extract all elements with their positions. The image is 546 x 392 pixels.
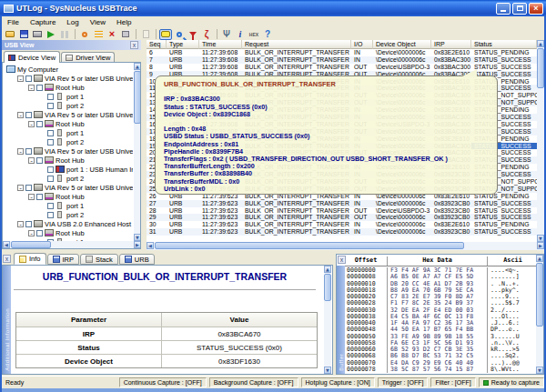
tree-scroll-up-icon[interactable]: ▲ bbox=[134, 63, 141, 70]
tree-expander-icon[interactable]: - bbox=[17, 75, 24, 82]
tree-vscroll-thumb[interactable] bbox=[134, 71, 141, 124]
tree-checkbox[interactable] bbox=[47, 176, 54, 182]
log-hscroll-thumb[interactable] bbox=[155, 242, 464, 249]
device-info-icon[interactable]: i bbox=[234, 29, 247, 40]
tree-checkbox[interactable] bbox=[36, 157, 43, 164]
menu-view[interactable]: View bbox=[85, 17, 111, 27]
tree-checkbox[interactable] bbox=[47, 139, 54, 146]
log-scroll-up-icon[interactable]: ▲ bbox=[537, 40, 544, 47]
buffer-vscrollbar[interactable]: ▲ ▼ bbox=[536, 255, 543, 374]
tree-hscrollbar[interactable]: ◀ ▶ bbox=[3, 241, 141, 248]
hex-row[interactable]: 0000007838 5C 87 57 56 74 15 878\.WVt.. bbox=[345, 367, 538, 373]
tree-item[interactable]: -VIA Rev 5 or later USB Universal Host C bbox=[3, 74, 133, 83]
tree-expander-icon[interactable]: - bbox=[28, 194, 35, 200]
export-log-icon[interactable] bbox=[31, 29, 44, 40]
column-header-irp[interactable]: IRP bbox=[431, 40, 471, 49]
tree-checkbox[interactable] bbox=[47, 203, 54, 209]
tree-item[interactable]: port 2 bbox=[3, 101, 133, 110]
tree-checkbox[interactable] bbox=[47, 212, 54, 218]
log-vscroll-thumb[interactable] bbox=[537, 48, 544, 88]
tree-item[interactable]: -Root Hub bbox=[3, 119, 133, 128]
tree-checkbox[interactable] bbox=[36, 85, 43, 91]
tree-expander-icon[interactable]: - bbox=[28, 230, 35, 236]
tree-expander-icon[interactable]: - bbox=[28, 121, 35, 127]
trigger-icon[interactable]: ζ bbox=[200, 29, 213, 40]
log-scroll-down-icon[interactable]: ▼ bbox=[537, 235, 544, 242]
tree-item[interactable]: -Root Hub bbox=[3, 156, 133, 165]
tree-checkbox[interactable] bbox=[47, 94, 54, 100]
close-button[interactable]: × bbox=[529, 3, 543, 15]
column-header-status[interactable]: Status bbox=[471, 40, 537, 49]
tree-hscroll-thumb[interactable] bbox=[11, 241, 51, 248]
tree-expander-icon[interactable]: - bbox=[28, 85, 35, 91]
tree-item[interactable]: port 1 bbox=[3, 201, 133, 210]
column-header-deviceobject[interactable]: Device Object bbox=[373, 40, 431, 49]
tree-checkbox[interactable] bbox=[47, 130, 54, 136]
tab-stack[interactable]: Stack bbox=[80, 254, 118, 265]
tree-checkbox[interactable] bbox=[25, 148, 32, 155]
buffer-vscroll-thumb[interactable] bbox=[536, 263, 543, 327]
tree-item[interactable]: port 1 bbox=[3, 128, 133, 137]
find-icon[interactable] bbox=[173, 29, 186, 40]
tree-scroll-left-icon[interactable]: ◀ bbox=[3, 241, 10, 248]
restore-button[interactable] bbox=[512, 3, 527, 15]
log-row[interactable]: 31URB11:27:39:623BULK_OR_INTERRUPT_TRANS… bbox=[147, 228, 537, 236]
tooltip-toggle-icon[interactable] bbox=[159, 29, 172, 40]
tree-vscrollbar[interactable]: ▲ ▼ bbox=[134, 63, 141, 241]
clear-log-icon[interactable]: × bbox=[106, 29, 118, 40]
tree-item[interactable]: port 2 bbox=[3, 210, 133, 219]
menu-help[interactable]: Help bbox=[111, 17, 136, 27]
marker-icon[interactable] bbox=[78, 29, 91, 40]
log-row[interactable]: 7URB11:27:39:608BULK_OR_INTERRUPT_TRANSF… bbox=[147, 56, 537, 64]
menu-log[interactable]: Log bbox=[61, 17, 84, 27]
tree-expander-icon[interactable]: - bbox=[17, 221, 24, 227]
tab-device-view[interactable]: Device View bbox=[4, 51, 60, 63]
log-row[interactable]: 29URB11:27:39:623BULK_OR_INTERRUPT_TRANS… bbox=[147, 214, 537, 221]
tree-scroll-down-icon[interactable]: ▼ bbox=[134, 234, 141, 241]
column-header-time[interactable]: Time bbox=[199, 40, 242, 49]
help-icon[interactable]: ? bbox=[261, 29, 274, 40]
info-vscrollbar[interactable]: ▲ ▼ bbox=[324, 266, 331, 374]
tree-item[interactable]: port 1 bbox=[3, 92, 133, 101]
usb-view-close-button[interactable]: x bbox=[130, 41, 138, 49]
hotplug-icon[interactable]: Ψ bbox=[220, 29, 233, 40]
tree-checkbox[interactable] bbox=[25, 75, 32, 82]
info-scroll-up-icon[interactable]: ▲ bbox=[324, 266, 331, 273]
tree-item[interactable]: port 2 bbox=[3, 174, 133, 183]
column-header-seq[interactable]: Seq bbox=[147, 40, 167, 49]
tree-item[interactable]: My Computer bbox=[3, 65, 133, 74]
tree-expander-icon[interactable]: - bbox=[17, 112, 24, 118]
tree-item[interactable]: port 1 : USB Human Interface D bbox=[3, 165, 133, 174]
tree-expander-icon[interactable]: - bbox=[17, 185, 24, 191]
log-scroll-right-icon[interactable]: ▶ bbox=[537, 242, 544, 249]
tree-checkbox[interactable] bbox=[25, 221, 32, 227]
open-log-icon[interactable] bbox=[4, 29, 16, 40]
log-row[interactable]: 30URB11:27:39:623BULK_OR_INTERRUPT_TRANS… bbox=[147, 221, 537, 228]
log-row[interactable]: 8URB11:27:39:608BULK_OR_INTERRUPT_TRANSF… bbox=[147, 64, 537, 71]
tree-checkbox[interactable] bbox=[47, 166, 54, 173]
tree-checkbox[interactable] bbox=[25, 112, 32, 118]
buffer-scroll-down-icon[interactable]: ▼ bbox=[536, 367, 543, 374]
tree-item[interactable]: -Root Hub bbox=[3, 228, 133, 237]
tree-item[interactable]: -Root Hub bbox=[3, 83, 133, 92]
start-capture-icon[interactable] bbox=[45, 29, 57, 40]
log-row[interactable]: 27URB11:27:39:623BULK_OR_INTERRUPT_TRANS… bbox=[147, 200, 537, 207]
hex-view-icon[interactable]: HEX bbox=[248, 29, 260, 40]
new-doc-icon[interactable] bbox=[139, 29, 152, 40]
column-header-io[interactable]: I/O bbox=[351, 40, 373, 49]
tree-item[interactable]: -VIA Rev 5 or later USB Universal Host C bbox=[3, 183, 133, 192]
copy-icon[interactable] bbox=[119, 29, 132, 40]
column-header-type[interactable]: Type bbox=[167, 40, 199, 49]
log-scroll-left-icon[interactable]: ◀ bbox=[147, 242, 154, 249]
filter-icon[interactable] bbox=[187, 29, 199, 40]
log-vscrollbar[interactable]: ▲ ▼ bbox=[537, 40, 544, 242]
minimize-button[interactable] bbox=[496, 3, 511, 15]
tree-checkbox[interactable] bbox=[25, 185, 32, 191]
tree-expander-icon[interactable]: - bbox=[17, 148, 24, 155]
info-vscroll-thumb[interactable] bbox=[324, 274, 331, 301]
tree-item[interactable]: port 2 bbox=[3, 137, 133, 146]
log-hscrollbar[interactable]: ◀ ▶ bbox=[147, 242, 544, 250]
tab-urb[interactable]: URB bbox=[119, 254, 155, 265]
log-row[interactable]: 6URB11:27:39:608BULK_OR_INTERRUPT_TRANSF… bbox=[147, 49, 537, 56]
tree-checkbox[interactable] bbox=[47, 103, 54, 109]
